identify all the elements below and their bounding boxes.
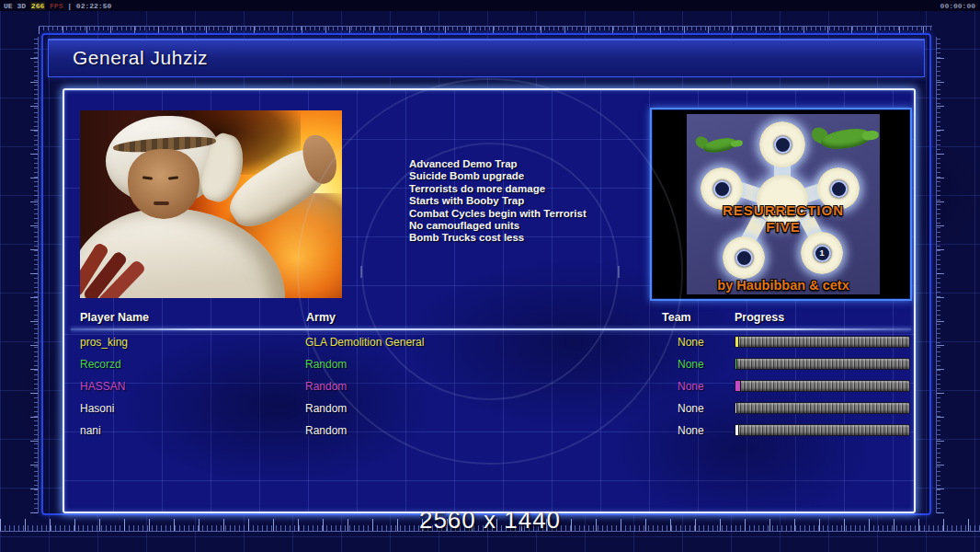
player-name: Hasoni	[80, 397, 114, 420]
map-credit: by Haubibban & cetx	[687, 278, 880, 293]
ability-item: Suicide Bomb upgrade	[409, 170, 685, 182]
crocodile-icon	[702, 132, 738, 159]
map-title-line2: FIVE	[687, 219, 880, 235]
player-name: HASSAN	[80, 375, 125, 397]
player-team: None	[678, 420, 704, 442]
load-progress-bar	[735, 402, 910, 414]
map-preview-box: 1 RESURRECTION FIVE by Haubibban & cetx	[650, 108, 912, 301]
map-title-line1: RESURRECTION	[687, 202, 880, 218]
fps-counter: 266	[30, 2, 45, 10]
general-face	[128, 149, 199, 219]
player-name: pros_king	[80, 331, 128, 353]
ability-item: No camouflaged units	[409, 220, 685, 232]
fps-unit: FPS	[50, 2, 63, 10]
recorder-overlay-strip: UE 3D 266 FPS | 02:22:50 00:00:00	[0, 0, 980, 11]
player-team: None	[678, 397, 704, 420]
player-name: Recorzd	[80, 353, 121, 375]
load-progress-fill	[735, 359, 737, 369]
recorder-clock: | 02:22:50	[67, 2, 111, 10]
recorder-timer: 00:00:00	[940, 2, 975, 10]
recorder-stats: UE 3D 266 FPS | 02:22:50	[4, 2, 111, 10]
load-progress-bar	[735, 336, 910, 348]
map-start-lobe: 1	[801, 232, 843, 274]
load-progress-bar	[735, 358, 910, 370]
column-header-army: Army	[306, 311, 336, 324]
game-loading-screen: UE 3D 266 FPS | 02:22:50 00:00:00 Genera…	[0, 0, 980, 552]
player-army: GLA Demolition General	[305, 331, 424, 353]
map-start-point	[830, 180, 848, 198]
column-header-progress: Progress	[735, 311, 784, 324]
player-team: None	[678, 375, 704, 397]
load-progress-fill	[735, 337, 739, 347]
crocodile-snout	[861, 130, 879, 141]
load-progress-fill	[735, 403, 737, 413]
load-progress-fill	[735, 425, 739, 435]
ability-item: Advanced Demo Trap	[409, 158, 685, 170]
map-start-point	[713, 180, 731, 198]
player-row: Recorzd Random None	[64, 353, 917, 375]
map-start-point	[735, 249, 753, 267]
player-row: HASSAN Random None	[64, 375, 917, 397]
player-army: Random	[305, 397, 347, 420]
table-separator	[71, 328, 911, 330]
blueprint-ruler-right	[936, 37, 944, 513]
player-army: Random	[305, 353, 347, 375]
player-team: None	[678, 331, 704, 353]
player-table: pros_king GLA Demolition General None Re…	[64, 331, 917, 442]
player-row: Hasoni Random None	[64, 397, 917, 420]
ability-item: Combat Cycles begin with Terrorist	[409, 208, 685, 220]
column-header-team: Team	[662, 311, 691, 324]
load-progress-bar	[735, 380, 910, 392]
map-preview-image: 1 RESURRECTION FIVE by Haubibban & cetx	[687, 114, 880, 294]
title-bar: General Juhziz	[48, 39, 925, 77]
player-row: pros_king GLA Demolition General None	[64, 331, 917, 353]
map-start-lobe	[759, 121, 805, 167]
resolution-overlay: 2560 x 1440	[0, 506, 980, 535]
map-start-lobe	[723, 236, 765, 279]
player-name: nani	[80, 420, 101, 442]
load-progress-bar	[735, 424, 910, 436]
ability-item: Bomb Trucks cost less	[409, 232, 685, 244]
mouth	[154, 201, 169, 205]
general-portrait-image	[80, 110, 342, 298]
ability-item: Starts with Booby Trap	[409, 195, 685, 207]
player-army: Random	[305, 420, 347, 442]
recorder-prefix: UE 3D	[4, 2, 26, 10]
general-abilities-list: Advanced Demo Trap Suicide Bomb upgrade …	[409, 158, 685, 245]
blueprint-ruler-left	[30, 37, 39, 513]
crocodile-icon	[819, 121, 872, 156]
crocodile-snout	[730, 140, 743, 148]
player-row: nani Random None	[64, 420, 917, 442]
player-table-header: Player Name Army Team Progress	[64, 311, 917, 328]
load-info-panel: Advanced Demo Trap Suicide Bomb upgrade …	[63, 88, 916, 513]
map-start-point	[774, 136, 792, 154]
player-army: Random	[305, 375, 347, 397]
column-header-player: Player Name	[80, 311, 149, 324]
page-title: General Juhziz	[73, 47, 208, 69]
player-team: None	[678, 353, 704, 375]
ability-item: Terrorists do more damage	[409, 183, 685, 195]
load-progress-fill	[735, 381, 741, 391]
map-start-point-marker: 1	[814, 245, 831, 262]
